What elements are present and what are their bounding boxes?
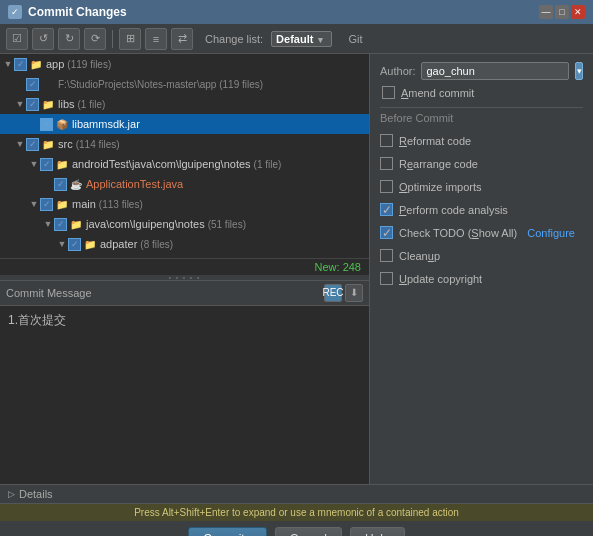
tree-item-libammsdk[interactable]: ✓ 📦 libammsdk.jar	[0, 114, 369, 134]
expand-main: ▼	[28, 198, 40, 210]
expand-libs: ▼	[14, 98, 26, 110]
no-arrow-apptest	[42, 178, 54, 190]
item-label-app: app	[46, 58, 64, 70]
no-arrow-jar	[28, 118, 40, 130]
toolbar-separator-1	[112, 30, 113, 48]
label-copyright: Update copyright	[399, 273, 482, 285]
adpater-icon: 📁	[83, 238, 97, 250]
option-reformat: Reformat code	[380, 132, 583, 149]
author-dropdown-button[interactable]: ▾	[575, 62, 583, 80]
details-label: Details	[19, 488, 53, 500]
msg-icon-btn-2[interactable]: ⬇	[345, 284, 363, 302]
toolbar-btn-4[interactable]: ⟳	[84, 28, 106, 50]
checkbox-libs[interactable]: ✓	[26, 98, 39, 111]
commit-icon: ✓	[8, 5, 22, 19]
tree-item-androidtest[interactable]: ▼ ✓ 📁 androidTest\java\com\lguipeng\note…	[0, 154, 369, 174]
item-count-src: (114 files)	[76, 139, 120, 150]
commit-textarea[interactable]: 1.首次提交	[0, 306, 369, 485]
option-optimize: Optimize imports	[380, 178, 583, 195]
changelist-dropdown[interactable]: Default ▾	[271, 31, 332, 47]
item-count-main: (113 files)	[99, 199, 143, 210]
checkbox-path[interactable]: ✓	[26, 78, 39, 91]
tree-item-main[interactable]: ▼ ✓ 📁 main (113 files)	[0, 194, 369, 214]
tree-item-adpater[interactable]: ▼ ✓ 📁 adpater (8 files)	[0, 234, 369, 254]
item-count-libs: (1 file)	[78, 99, 106, 110]
tree-item-src[interactable]: ▼ ✓ 📁 src (114 files)	[0, 134, 369, 154]
expand-arrow: ▼	[2, 58, 14, 70]
amend-checkbox[interactable]	[382, 86, 395, 99]
tree-item-app[interactable]: ▼ ✓ 📁 app (119 files)	[0, 54, 369, 74]
author-input[interactable]	[421, 62, 569, 80]
checkbox-analysis[interactable]: ✓	[380, 203, 393, 216]
item-label-path: F:\StudioProjects\Notes-master\app (119 …	[58, 79, 263, 90]
checkbox-app[interactable]: ✓	[14, 58, 27, 71]
jar-icon: 📦	[55, 118, 69, 130]
notes-icon: 📁	[69, 218, 83, 230]
folder-icon: 📁	[29, 58, 43, 70]
amend-row: Amend commit	[380, 86, 583, 99]
checkbox-main[interactable]: ✓	[40, 198, 53, 211]
checkbox-optimize[interactable]	[380, 180, 393, 193]
configure-link[interactable]: Configure	[527, 227, 575, 239]
path-icon	[41, 78, 55, 90]
help-button[interactable]: Help	[350, 527, 405, 536]
option-cleanup: Cleanup	[380, 247, 583, 264]
commit-button[interactable]: Commit ▾	[188, 527, 266, 536]
commit-msg-header: Commit Message REC ⬇	[0, 281, 369, 306]
checkbox-apptest[interactable]: ✓	[54, 178, 67, 191]
src-icon: 📁	[41, 138, 55, 150]
option-analysis: ✓ Perform code analysis	[380, 201, 583, 218]
toolbar-btn-5[interactable]: ⊞	[119, 28, 141, 50]
label-analysis: Perform code analysis	[399, 204, 508, 216]
checkbox-jar[interactable]: ✓	[40, 118, 53, 131]
close-button[interactable]: ✕	[571, 5, 585, 19]
details-section[interactable]: ▷ Details	[0, 484, 593, 503]
toolbar-btn-3[interactable]: ↻	[58, 28, 80, 50]
libs-icon: 📁	[41, 98, 55, 110]
expand-adpater: ▼	[56, 238, 68, 250]
item-label-adpater: adpater	[100, 238, 137, 250]
tree-item-path[interactable]: ✓ F:\StudioProjects\Notes-master\app (11…	[0, 74, 369, 94]
checkbox-cleanup[interactable]	[380, 249, 393, 262]
checkbox-adpater[interactable]: ✓	[68, 238, 81, 251]
toolbar-btn-6[interactable]: ≡	[145, 28, 167, 50]
file-tree[interactable]: ▼ ✓ 📁 app (119 files) ✓ F:\StudioProject…	[0, 54, 369, 258]
expand-androidtest: ▼	[28, 158, 40, 170]
checkbox-reformat[interactable]	[380, 134, 393, 147]
item-count-androidtest: (1 file)	[254, 159, 282, 170]
item-label-libs: libs	[58, 98, 75, 110]
toolbar-btn-2[interactable]: ↺	[32, 28, 54, 50]
main-icon: 📁	[55, 198, 69, 210]
option-todo: ✓ Check TODO (Show All) Configure	[380, 224, 583, 241]
right-panel: Author: ▾ Amend commit Before Commit Ref…	[370, 54, 593, 484]
tree-item-apptest[interactable]: ✓ ☕ ApplicationTest.java	[0, 174, 369, 194]
cancel-button[interactable]: Cancel	[275, 527, 342, 536]
before-commit-title: Before Commit	[380, 107, 583, 126]
checkbox-rearrange[interactable]	[380, 157, 393, 170]
checkbox-androidtest[interactable]: ✓	[40, 158, 53, 171]
commit-message-section: Commit Message REC ⬇ 1.首次提交	[0, 280, 369, 485]
toolbar-btn-1[interactable]: ☑	[6, 28, 28, 50]
msg-icon-btn-1[interactable]: REC	[324, 284, 342, 302]
checkbox-src[interactable]: ✓	[26, 138, 39, 151]
main-content: ▼ ✓ 📁 app (119 files) ✓ F:\StudioProject…	[0, 54, 593, 484]
author-row: Author: ▾	[380, 62, 583, 80]
file-count-row: New: 248	[0, 258, 369, 275]
no-arrow	[14, 78, 26, 90]
label-todo: Check TODO (Show All)	[399, 227, 517, 239]
maximize-button[interactable]: □	[555, 5, 569, 19]
label-optimize: Optimize imports	[399, 181, 482, 193]
author-label: Author:	[380, 65, 415, 77]
tree-item-libs[interactable]: ▼ ✓ 📁 libs (1 file)	[0, 94, 369, 114]
commit-msg-label: Commit Message	[6, 287, 92, 299]
androidtest-icon: 📁	[55, 158, 69, 170]
checkbox-todo[interactable]: ✓	[380, 226, 393, 239]
minimize-button[interactable]: —	[539, 5, 553, 19]
item-label-src: src	[58, 138, 73, 150]
checkbox-notes[interactable]: ✓	[54, 218, 67, 231]
label-cleanup: Cleanup	[399, 250, 440, 262]
toolbar-btn-7[interactable]: ⇄	[171, 28, 193, 50]
expand-notes: ▼	[42, 218, 54, 230]
checkbox-copyright[interactable]	[380, 272, 393, 285]
tree-item-notes[interactable]: ▼ ✓ 📁 java\com\lguipeng\notes (51 files)	[0, 214, 369, 234]
